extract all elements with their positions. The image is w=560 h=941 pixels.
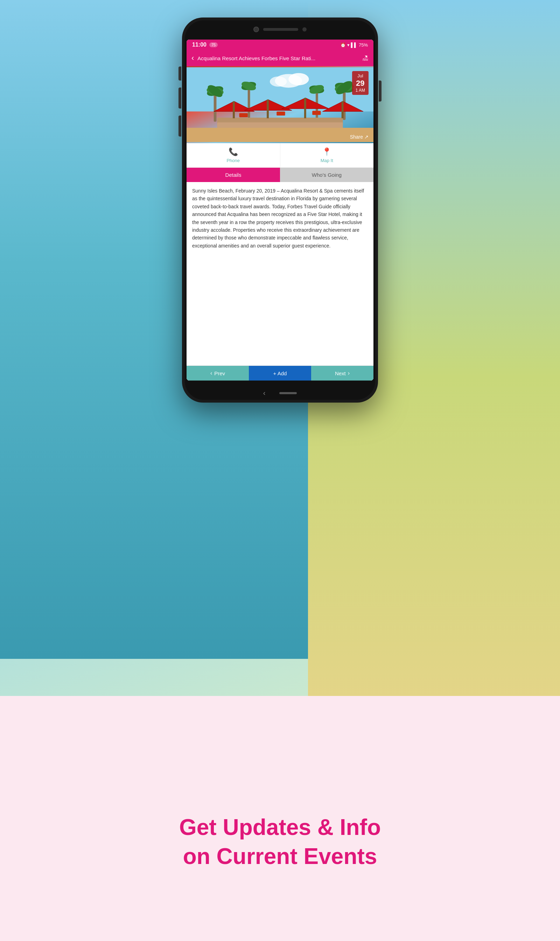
phone-frame: 11:00 75 ⏰ ▾ ▌▌ 75% ‹ Acqualina Resort A… [182,17,378,403]
bottom-tagline: Get Updates & Info on Current Events [0,813,560,871]
alarm-icon: ⏰ [340,42,346,48]
svg-rect-27 [304,98,306,118]
date-month: Jul [355,73,365,79]
mute-button [178,66,181,80]
svg-rect-33 [312,111,321,115]
map-label: Map It [321,158,333,163]
svg-point-3 [270,76,287,86]
prev-button[interactable]: ‹ Prev [186,366,249,380]
svg-rect-30 [186,128,374,142]
action-bar: 📞 Phone 📍 Map It [186,143,374,168]
phone-screen: 11:00 75 ⏰ ▾ ▌▌ 75% ‹ Acqualina Resort A… [186,40,374,380]
svg-rect-32 [277,111,285,116]
resort-illustration [186,66,374,143]
sensor-dot [302,27,306,31]
power-button [379,80,382,102]
next-label: Next [335,370,346,376]
tagline-line1: Get Updates & Info [35,813,525,842]
event-description: Sunny Isles Beach, February 20, 2019 – A… [192,187,368,249]
status-icons: ⏰ ▾ ▌▌ 75% [340,42,368,48]
prev-label: Prev [214,370,225,376]
svg-rect-12 [248,86,250,120]
map-button[interactable]: 📍 Map It [280,143,374,167]
status-badge: 75 [209,42,218,47]
phone-label: Phone [226,158,240,163]
wifi-icon: ▾ [347,42,350,48]
header-title: Acqualina Resort Achieves Forbes Five St… [197,55,359,61]
speaker-bar [263,28,298,31]
map-icon: 📍 [322,147,331,157]
svg-rect-23 [233,101,235,118]
back-button[interactable]: ‹ [191,54,194,63]
header-resort-icon: 🏖 [362,55,369,62]
event-image: Jul 29 1 AM Share ↗ [186,66,374,143]
tab-details[interactable]: Details [186,168,280,182]
signal-icon: ▌▌ [351,42,357,48]
os-navigation: ‹ [185,389,375,397]
tagline-line2: on Current Events [35,842,525,871]
status-time: 11:00 [192,42,206,48]
svg-rect-31 [239,113,248,117]
phone-button[interactable]: 📞 Phone [186,143,280,167]
os-home-indicator[interactable] [279,392,297,394]
prev-icon: ‹ [210,370,212,376]
svg-rect-29 [342,101,344,118]
add-label: + Add [273,370,287,376]
battery-indicator: 75% [359,42,368,48]
share-label: Share [350,134,363,140]
svg-rect-25 [267,99,269,118]
camera-dot [254,26,259,32]
share-icon: ↗ [365,134,369,140]
date-day: 29 [355,79,365,88]
tab-whos-going[interactable]: Who's Going [280,168,374,182]
app-header: ‹ Acqualina Resort Achieves Forbes Five … [186,50,374,66]
phone-camera-area [254,26,306,32]
svg-point-2 [288,73,309,85]
tab-bar: Details Who's Going [186,168,374,182]
date-badge: Jul 29 1 AM [352,71,369,95]
next-button[interactable]: Next › [311,366,374,380]
date-time: 1 AM [355,88,365,93]
volume-up-button [178,88,181,109]
phone-inner: 11:00 75 ⏰ ▾ ▌▌ 75% ‹ Acqualina Resort A… [185,20,375,400]
os-back-button[interactable]: ‹ [263,389,266,397]
volume-down-button [178,116,181,137]
share-button[interactable]: Share ↗ [350,134,369,140]
status-bar: 11:00 75 ⏰ ▾ ▌▌ 75% [186,40,374,50]
add-button[interactable]: + Add [249,366,311,380]
bottom-nav: ‹ Prev + Add Next › [186,365,374,380]
phone-icon: 📞 [229,147,238,157]
content-area[interactable]: Sunny Isles Beach, February 20, 2019 – A… [186,182,374,365]
next-icon: › [348,370,350,376]
